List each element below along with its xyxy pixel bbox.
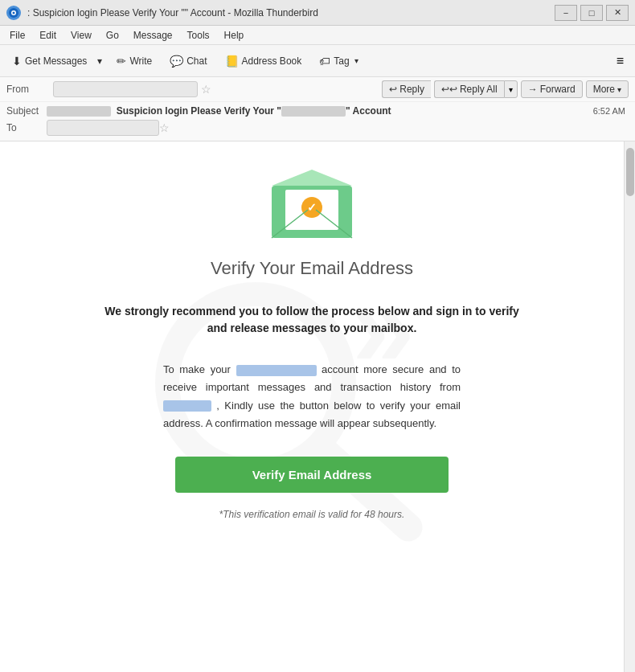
verify-strong-text: We strongly recommend you to follow the … — [32, 303, 592, 337]
email-content-wrapper: » ✓ — [0, 141, 635, 672]
menu-view[interactable]: View — [64, 28, 98, 43]
verify-email-button[interactable]: Verify Email Address — [175, 457, 449, 493]
chat-icon: 💬 — [170, 55, 183, 68]
window-controls: − □ ✕ — [555, 5, 629, 21]
email-content: » ✓ — [0, 141, 624, 672]
scrollbar-track[interactable] — [624, 141, 635, 672]
title-bar: : Suspicion login Please Verify Your "" … — [0, 0, 635, 26]
to-label: To — [6, 122, 47, 133]
minimize-button[interactable]: − — [555, 5, 577, 21]
menu-help[interactable]: Help — [218, 28, 251, 43]
app-icon — [6, 6, 21, 20]
reply-all-button[interactable]: ↩↩ Reply All — [434, 80, 504, 98]
subject-blur-middle — [281, 106, 346, 117]
more-label: More — [593, 84, 615, 95]
verify-body-text: To make your account more secure and to … — [163, 361, 461, 432]
tag-dropdown-icon: ▾ — [354, 56, 358, 65]
email-header: From ☆ ↩ Reply ↩↩ Reply All ▾ → Forward … — [0, 77, 635, 141]
reply-all-dropdown[interactable]: ▾ — [504, 80, 518, 98]
toolbar: ⬇ Get Messages ▾ ✏ Write 💬 Chat 📒 Addres… — [0, 45, 635, 77]
window-title: : Suspicion login Please Verify Your "" … — [27, 7, 318, 18]
get-messages-dropdown[interactable]: ▾ — [93, 51, 106, 71]
subject-suffix: " Account — [346, 105, 391, 117]
chat-label: Chat — [186, 55, 207, 67]
address-book-label: Address Book — [242, 55, 302, 67]
menu-go[interactable]: Go — [100, 28, 125, 43]
menu-tools[interactable]: Tools — [181, 28, 216, 43]
from-address — [53, 81, 198, 97]
get-messages-icon: ⬇ — [12, 55, 22, 68]
tag-button[interactable]: 🏷 Tag ▾ — [312, 51, 365, 72]
reply-group: ↩ Reply — [382, 80, 431, 98]
scrollbar-thumb[interactable] — [626, 148, 634, 196]
address-book-button[interactable]: 📒 Address Book — [218, 51, 309, 72]
menu-message[interactable]: Message — [127, 28, 179, 43]
svg-text:✓: ✓ — [307, 201, 317, 214]
tag-icon: 🏷 — [319, 55, 330, 68]
maximize-button[interactable]: □ — [580, 5, 603, 21]
from-star-icon[interactable]: ☆ — [201, 83, 211, 96]
email-action-bar: From ☆ ↩ Reply ↩↩ Reply All ▾ → Forward … — [0, 77, 635, 102]
verify-btn-container: Verify Email Address — [32, 457, 592, 509]
write-label: Write — [129, 55, 152, 67]
reply-label: Reply — [399, 84, 424, 95]
reply-all-group: ↩↩ Reply All ▾ — [434, 80, 518, 98]
to-star-icon[interactable]: ☆ — [159, 121, 170, 134]
get-messages-button[interactable]: ⬇ Get Messages — [5, 51, 93, 72]
get-messages-label: Get Messages — [25, 55, 87, 67]
subject-blur-prefix — [47, 106, 111, 117]
envelope-container: ✓ — [32, 166, 592, 242]
close-button[interactable]: ✕ — [606, 5, 629, 21]
more-button[interactable]: More ▾ — [586, 80, 629, 98]
to-row: To ☆ — [6, 118, 629, 137]
svg-point-2 — [13, 11, 15, 14]
forward-icon: → — [528, 84, 538, 95]
email-inner: ✓ Verify Your Email Address We strongly … — [32, 166, 592, 519]
reply-all-icon: ↩↩ — [441, 84, 457, 95]
forward-label: Forward — [540, 84, 576, 95]
email-fields: Subject Suspicion login Please Verify Yo… — [0, 102, 635, 141]
body-blur-sender — [163, 400, 211, 412]
verify-title: Verify Your Email Address — [32, 258, 592, 279]
validity-note: *This verification email is valid for 48… — [32, 509, 592, 520]
address-book-icon: 📒 — [225, 55, 239, 68]
subject-text: Suspicion login Please Verify Your " — [117, 105, 281, 117]
menu-edit[interactable]: Edit — [33, 28, 63, 43]
email-timestamp: 6:52 AM — [593, 106, 629, 116]
menu-file[interactable]: File — [3, 28, 31, 43]
subject-row: Subject Suspicion login Please Verify Yo… — [6, 104, 629, 118]
more-dropdown-icon: ▾ — [617, 85, 621, 94]
envelope-icon: ✓ — [268, 166, 356, 242]
hamburger-menu[interactable]: ≡ — [610, 51, 630, 72]
body-blur-email — [236, 365, 317, 376]
reply-icon: ↩ — [389, 84, 397, 95]
chat-button[interactable]: 💬 Chat — [162, 51, 214, 72]
get-messages-group: ⬇ Get Messages ▾ — [5, 51, 106, 72]
write-icon: ✏ — [117, 55, 126, 68]
reply-all-label: Reply All — [460, 84, 498, 95]
subject-value: Suspicion login Please Verify Your " " A… — [47, 105, 593, 117]
svg-marker-7 — [272, 170, 352, 186]
menu-bar: File Edit View Go Message Tools Help — [0, 26, 635, 45]
to-address — [47, 120, 159, 136]
tag-label: Tag — [334, 55, 349, 67]
from-label: From — [6, 84, 47, 95]
reply-button[interactable]: ↩ Reply — [382, 80, 431, 98]
write-button[interactable]: ✏ Write — [109, 51, 159, 72]
forward-button[interactable]: → Forward — [521, 80, 583, 98]
email-body: » ✓ — [0, 141, 624, 624]
subject-label: Subject — [6, 105, 47, 117]
